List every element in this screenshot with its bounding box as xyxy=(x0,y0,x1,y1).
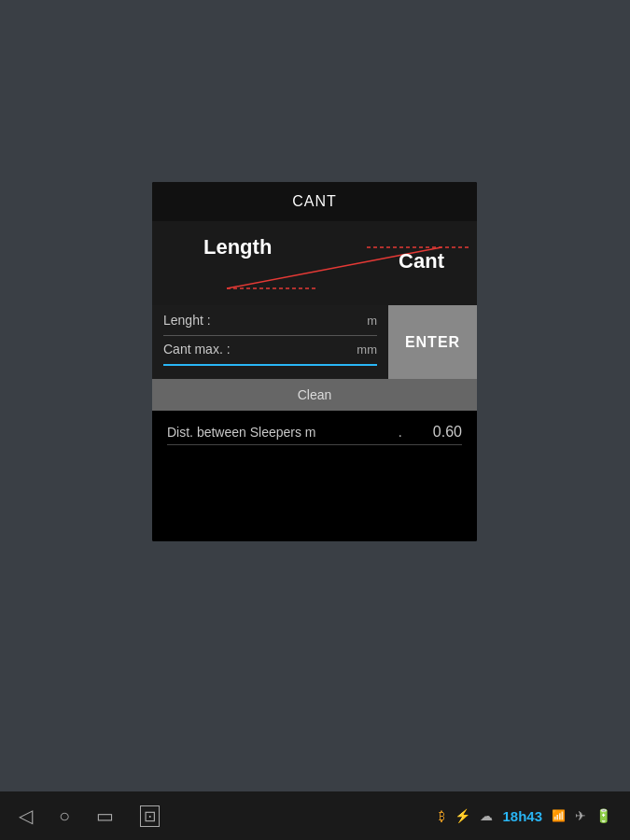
cant-underline xyxy=(163,364,377,366)
screenshot-button[interactable]: ⊡ xyxy=(140,805,160,827)
result-separator: . xyxy=(399,424,402,441)
nav-right: ₿ ⚡ ☁ 18h43 📶 ✈ 🔋 xyxy=(439,808,611,824)
nav-bar: ◁ ○ ▭ ⊡ ₿ ⚡ ☁ 18h43 📶 ✈ 🔋 xyxy=(0,791,630,840)
bitcoin-icon: ₿ xyxy=(439,809,445,823)
result-row: Dist. between Sleepers m . 0.60 xyxy=(167,424,462,441)
cant-label: Cant max. : xyxy=(163,342,301,357)
diagram-cant-label: Cant xyxy=(399,249,444,273)
cant-row: Cant max. : mm xyxy=(163,342,377,357)
enter-button[interactable]: ENTER xyxy=(388,305,477,379)
airplane-icon: ✈ xyxy=(575,808,586,823)
diagram-length-label: Length xyxy=(203,235,272,259)
dialog-title: CANT xyxy=(292,193,337,209)
result-value: 0.60 xyxy=(406,424,462,441)
length-label: Lenght : xyxy=(163,313,301,328)
length-underline xyxy=(163,335,377,336)
input-fields: Lenght : m Cant max. : mm xyxy=(152,305,388,379)
result-label: Dist. between Sleepers m xyxy=(167,425,395,440)
back-button[interactable]: ◁ xyxy=(19,805,33,827)
cloud-icon: ☁ xyxy=(480,808,493,823)
wifi-icon: 📶 xyxy=(552,809,566,822)
recent-button[interactable]: ▭ xyxy=(96,805,114,827)
input-section: Lenght : m Cant max. : mm ENTER xyxy=(152,305,477,379)
home-button[interactable]: ○ xyxy=(59,805,70,827)
cant-unit: mm xyxy=(357,343,377,357)
length-row: Lenght : m xyxy=(163,313,377,328)
length-unit: m xyxy=(357,314,377,328)
nav-left: ◁ ○ ▭ ⊡ xyxy=(19,805,160,827)
clean-button[interactable]: Clean xyxy=(152,379,477,411)
title-bar: CANT xyxy=(152,182,477,221)
diagram-area: Length Cant xyxy=(152,221,477,305)
result-section: Dist. between Sleepers m . 0.60 xyxy=(152,411,477,541)
dialog-card: CANT Length Cant Lenght : m Cant max. : xyxy=(152,182,477,541)
time-display: 18h43 xyxy=(502,808,542,824)
battery-icon: 🔋 xyxy=(595,808,611,823)
result-underline xyxy=(167,444,462,445)
usb-icon: ⚡ xyxy=(455,808,470,823)
